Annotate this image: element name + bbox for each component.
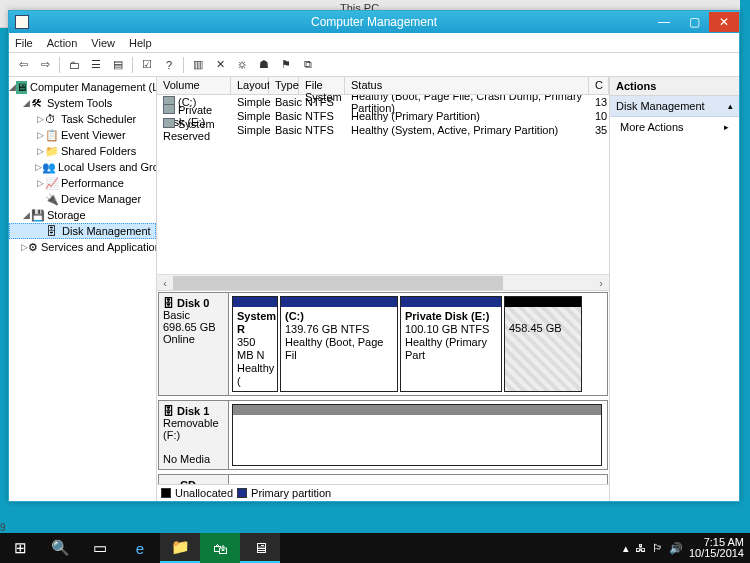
disk-icon: 🗄 [163, 405, 174, 417]
tree-local-users[interactable]: ▷👥Local Users and Groups [9, 159, 156, 175]
tree-shared-folders[interactable]: ▷📁Shared Folders [9, 143, 156, 159]
tree-task-scheduler[interactable]: ▷⏱Task Scheduler [9, 111, 156, 127]
menu-file[interactable]: File [15, 37, 33, 49]
collapse-icon: ▴ [728, 101, 733, 111]
new-button[interactable]: ✕ [210, 55, 230, 75]
disk-1[interactable]: 🗄Disk 1 Removable (F:) No Media [158, 400, 608, 470]
partition-c[interactable]: (C:)139.76 GB NTFSHealthy (Boot, Page Fi… [280, 296, 398, 392]
statusbar: 9 [0, 522, 6, 533]
disk-meta: 🗄Disk 0 Basic 698.65 GB Online [159, 293, 229, 395]
back-button[interactable]: ⇦ [13, 55, 33, 75]
partition-empty[interactable] [232, 404, 602, 466]
cdrom-0[interactable]: 💿CD-ROM 0 DVD (G:) No Media [158, 474, 608, 485]
actions-section[interactable]: Disk Management▴ [610, 96, 739, 117]
tree-root[interactable]: ◢🖥Computer Management (Local [9, 79, 156, 95]
chevron-right-icon: ▸ [724, 122, 729, 132]
disk-icon: 🗄 [163, 297, 174, 309]
menu-action[interactable]: Action [47, 37, 78, 49]
tree-performance[interactable]: ▷📈Performance [9, 175, 156, 191]
tree-event-viewer[interactable]: ▷📋Event Viewer [9, 127, 156, 143]
menu-view[interactable]: View [91, 37, 115, 49]
drive-icon [163, 104, 175, 114]
partition-unallocated[interactable]: 458.45 GB [504, 296, 582, 392]
computer-management-window: Computer Management — ▢ ✕ File Action Vi… [8, 10, 740, 502]
legend-primary-icon [237, 488, 247, 498]
col-capacity[interactable]: C [589, 77, 609, 94]
menubar: File Action View Help [9, 33, 739, 53]
disk-meta: 🗄Disk 1 Removable (F:) No Media [159, 401, 229, 469]
menu-help[interactable]: Help [129, 37, 152, 49]
help-button[interactable]: ? [159, 55, 179, 75]
clock[interactable]: 7:15 AM 10/15/2014 [689, 537, 744, 559]
col-status[interactable]: Status [345, 77, 589, 94]
window-title: Computer Management [311, 15, 437, 29]
icon-c[interactable]: ⧉ [298, 55, 318, 75]
search-button[interactable]: 🔍 [40, 533, 80, 563]
scroll-thumb[interactable] [173, 276, 503, 290]
tree-system-tools[interactable]: ◢🛠System Tools [9, 95, 156, 111]
actions-header: Actions [610, 77, 739, 96]
tree-device-manager[interactable]: 🔌Device Manager [9, 191, 156, 207]
partition-e[interactable]: Private Disk (E:)100.10 GB NTFSHealthy (… [400, 296, 502, 392]
store-button[interactable]: 🛍 [200, 533, 240, 563]
taskbar: ⊞ 🔍 ▭ e 📁 🛍 🖥 ▴ 🖧 🏳 🔊 7:15 AM 10/15/2014 [0, 533, 750, 563]
col-layout[interactable]: Layout [231, 77, 269, 94]
system-tray[interactable]: ▴ 🖧 🏳 🔊 7:15 AM 10/15/2014 [617, 537, 750, 559]
hscrollbar[interactable]: ‹ › [157, 274, 609, 290]
scroll-left-icon[interactable]: ‹ [157, 275, 173, 291]
tree-disk-management[interactable]: 🗄Disk Management [9, 223, 156, 239]
minimize-button[interactable]: — [649, 12, 679, 32]
tray-arrow-icon[interactable]: ▴ [623, 542, 629, 555]
start-button[interactable]: ⊞ [0, 533, 40, 563]
volume-list: (C:) Simple Basic NTFS Healthy (Boot, Pa… [157, 95, 609, 291]
toolbar: ⇦ ⇨ 🗀 ☰ ▤ ☑ ? ▥ ✕ ⛭ ☗ ⚑ ⧉ [9, 53, 739, 77]
disk-0[interactable]: 🗄Disk 0 Basic 698.65 GB Online System R3… [158, 292, 608, 396]
legend-unallocated-label: Unallocated [175, 487, 233, 499]
legend-primary-label: Primary partition [251, 487, 331, 499]
drive-icon [163, 118, 175, 128]
forward-button[interactable]: ⇨ [35, 55, 55, 75]
icon-b[interactable]: ⚑ [276, 55, 296, 75]
nav-tree: ◢🖥Computer Management (Local ◢🛠System To… [9, 77, 157, 501]
properties-button[interactable]: ☰ [86, 55, 106, 75]
disk-meta: 💿CD-ROM 0 DVD (G:) No Media [159, 475, 229, 485]
col-volume[interactable]: Volume [157, 77, 231, 94]
main-pane: Volume Layout Type File System Status C … [157, 77, 609, 501]
maximize-button[interactable]: ▢ [679, 12, 709, 32]
actions-more[interactable]: More Actions▸ [610, 117, 739, 137]
export-button[interactable]: ▥ [188, 55, 208, 75]
show-hide-button[interactable]: ▤ [108, 55, 128, 75]
col-type[interactable]: Type [269, 77, 299, 94]
legend: Unallocated Primary partition [157, 485, 609, 501]
col-filesystem[interactable]: File System [299, 77, 345, 94]
volume-header: Volume Layout Type File System Status C [157, 77, 609, 95]
refresh-button[interactable]: ☑ [137, 55, 157, 75]
icon-a[interactable]: ☗ [254, 55, 274, 75]
up-button[interactable]: 🗀 [64, 55, 84, 75]
settings-button[interactable]: ⛭ [232, 55, 252, 75]
partition-system-reserved[interactable]: System R350 MB NHealthy ( [232, 296, 278, 392]
tree-services-apps[interactable]: ▷⚙Services and Applications [9, 239, 156, 255]
network-icon[interactable]: 🖧 [635, 542, 646, 554]
explorer-button[interactable]: 📁 [160, 533, 200, 563]
disk-map: 🗄Disk 0 Basic 698.65 GB Online System R3… [157, 291, 609, 485]
titlebar[interactable]: Computer Management — ▢ ✕ [9, 11, 739, 33]
volume-icon[interactable]: 🔊 [669, 542, 683, 555]
volume-row[interactable]: System Reserved Simple Basic NTFS Health… [157, 123, 609, 137]
legend-unallocated-icon [161, 488, 171, 498]
action-center-icon[interactable]: 🏳 [652, 542, 663, 554]
app-icon [15, 15, 29, 29]
scroll-right-icon[interactable]: › [593, 275, 609, 291]
actions-pane: Actions Disk Management▴ More Actions▸ [609, 77, 739, 501]
taskview-button[interactable]: ▭ [80, 533, 120, 563]
ie-button[interactable]: e [120, 533, 160, 563]
tree-storage[interactable]: ◢💾Storage [9, 207, 156, 223]
close-button[interactable]: ✕ [709, 12, 739, 32]
mmc-button[interactable]: 🖥 [240, 533, 280, 563]
